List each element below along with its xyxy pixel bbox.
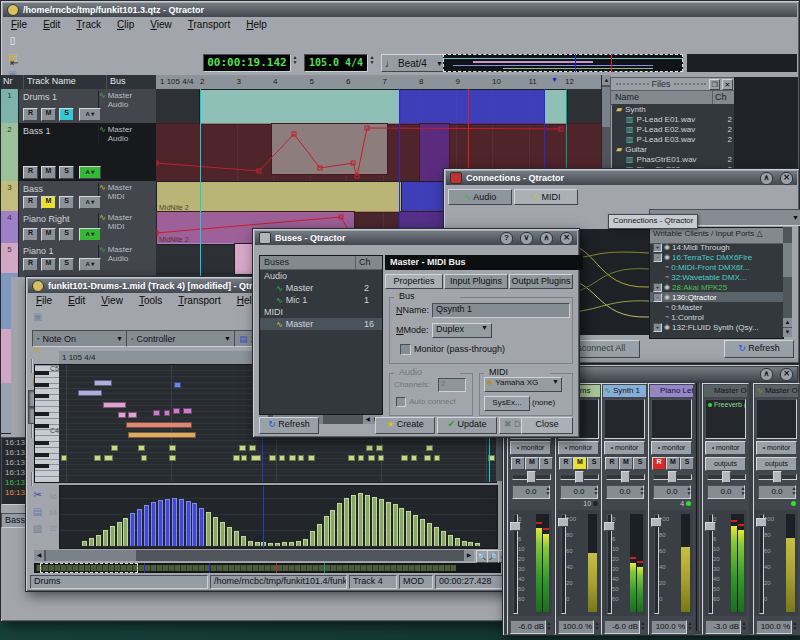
velocity-bar[interactable] bbox=[248, 541, 253, 546]
close-button[interactable]: Close bbox=[521, 417, 573, 434]
white-key[interactable] bbox=[35, 447, 60, 448]
strip-s-button[interactable]: S bbox=[539, 457, 553, 470]
velocity-bar[interactable] bbox=[434, 527, 439, 546]
controller-combo[interactable]: ▫ Controller▼ bbox=[126, 330, 236, 347]
velocity-bar[interactable] bbox=[427, 523, 432, 546]
midi-note[interactable] bbox=[153, 410, 160, 416]
black-key[interactable] bbox=[35, 424, 49, 428]
monitor-button[interactable]: • monitor bbox=[510, 441, 551, 455]
editor-menu-view[interactable]: View bbox=[93, 294, 131, 307]
bus-name-input[interactable]: Qsynth 1 bbox=[432, 303, 570, 318]
velocity-bar[interactable] bbox=[220, 522, 225, 546]
strip-s-button[interactable]: S bbox=[587, 457, 601, 470]
tab-input-plugins[interactable]: Input Plugins bbox=[444, 274, 508, 289]
white-key[interactable] bbox=[35, 435, 60, 436]
go-home-icon[interactable]: ⇤ bbox=[5, 54, 24, 71]
editor-hscrollbar[interactable]: ◀ ▶ bbox=[34, 550, 474, 561]
buses-tree-item[interactable]: Audio bbox=[260, 270, 382, 282]
velocity-bar[interactable] bbox=[303, 539, 308, 546]
connections-tree-item[interactable]: ⌁32:Wavetable DMX... bbox=[650, 272, 783, 282]
buses-tree-item[interactable]: MIDI bbox=[260, 306, 382, 318]
menu-view[interactable]: View bbox=[142, 18, 180, 31]
midi-note[interactable] bbox=[183, 408, 192, 414]
track-r-button[interactable]: R bbox=[23, 166, 38, 179]
monitor-button[interactable]: • monitor bbox=[705, 441, 746, 455]
velocity-bar[interactable] bbox=[468, 542, 473, 546]
gain-spin-arrows[interactable]: ▲▼ bbox=[545, 621, 553, 631]
track-s-button[interactable]: S bbox=[59, 166, 74, 179]
white-key[interactable] bbox=[35, 470, 60, 471]
piano-keyboard[interactable]: C5C4 bbox=[34, 364, 61, 483]
velocity-bar[interactable] bbox=[241, 536, 246, 546]
tab-audio[interactable]: ∿ Audio bbox=[448, 189, 512, 205]
velocity-bar[interactable] bbox=[399, 508, 404, 546]
col-track-name[interactable]: Track Name bbox=[24, 75, 107, 89]
midi-note[interactable] bbox=[348, 455, 355, 461]
midi-note[interactable] bbox=[94, 380, 112, 386]
midi-note[interactable] bbox=[173, 408, 180, 414]
col-bus[interactable]: Bus bbox=[107, 75, 156, 89]
clip[interactable]: MidNite 2 bbox=[156, 181, 403, 213]
midi-note[interactable] bbox=[251, 455, 261, 461]
editor-menu-transport[interactable]: Transport bbox=[170, 294, 228, 307]
white-key[interactable] bbox=[35, 482, 60, 483]
velocity-pane[interactable] bbox=[59, 485, 498, 549]
velocity-bar[interactable] bbox=[96, 535, 101, 546]
midi-note[interactable] bbox=[128, 432, 196, 438]
outputs-button[interactable]: outputs bbox=[705, 457, 746, 471]
transport-time-display[interactable]: 00:00:19.142 bbox=[203, 54, 291, 72]
connections-tree-item[interactable]: ⌁0:MIDI-Front DMX6f... bbox=[650, 262, 783, 272]
track-m-button[interactable]: M bbox=[41, 108, 56, 121]
gain-spin-arrows[interactable]: ▲▼ bbox=[686, 621, 694, 631]
gain-spin-arrows[interactable]: ▲▼ bbox=[639, 621, 647, 631]
mixer-strip[interactable]: ∿ Master OuFreeverb (• monitoroutputs0.0… bbox=[702, 383, 749, 635]
midi-note[interactable] bbox=[269, 455, 276, 461]
velocity-bar[interactable] bbox=[475, 543, 480, 546]
midi-note[interactable] bbox=[378, 455, 384, 461]
midi-note[interactable] bbox=[126, 422, 192, 428]
midi-note[interactable] bbox=[239, 445, 246, 451]
velocity-bar[interactable] bbox=[275, 543, 280, 546]
pan-spin-arrows[interactable]: ▲▼ bbox=[592, 486, 600, 496]
velocity-bar[interactable] bbox=[365, 495, 370, 546]
velocity-bar[interactable] bbox=[89, 538, 94, 546]
expand-icon[interactable]: + bbox=[653, 323, 662, 332]
gain-spin-arrows[interactable]: ▲▼ bbox=[791, 621, 799, 631]
pan-handle[interactable] bbox=[621, 471, 630, 483]
menu-track[interactable]: Track bbox=[68, 18, 109, 31]
session-thumbnail[interactable] bbox=[443, 54, 683, 72]
velocity-bar[interactable] bbox=[406, 511, 411, 546]
fader-groove[interactable] bbox=[561, 514, 566, 614]
black-key[interactable] bbox=[35, 371, 49, 375]
files-item[interactable]: ▥P-Lead E03.wav2 bbox=[612, 134, 734, 144]
midi-note[interactable] bbox=[366, 445, 373, 451]
velocity-bar[interactable] bbox=[117, 522, 122, 546]
files-col-name[interactable]: Name bbox=[611, 91, 713, 104]
midi-note[interactable] bbox=[164, 410, 170, 416]
menu-clip[interactable]: Clip bbox=[109, 18, 142, 31]
midi-note[interactable] bbox=[308, 455, 315, 461]
midi-note[interactable] bbox=[169, 455, 176, 461]
shade-icon[interactable]: ∧ bbox=[760, 172, 773, 185]
midi-note[interactable] bbox=[241, 455, 247, 461]
velocity-bar[interactable] bbox=[330, 510, 335, 546]
col-nr[interactable]: Nr bbox=[1, 75, 24, 89]
pan-spin-arrows[interactable]: ▲▼ bbox=[739, 486, 747, 496]
track-r-button[interactable]: R bbox=[23, 108, 38, 121]
velocity-bar[interactable] bbox=[123, 518, 128, 546]
mixer-strip[interactable]: ∿ Synth 1• monitorRMS0.0▲▼03610203040506… bbox=[601, 383, 648, 635]
buses-tree-item[interactable]: ∿Mic 11 bbox=[260, 294, 382, 306]
strip-r-button[interactable]: R bbox=[605, 457, 619, 470]
velocity-bar[interactable] bbox=[351, 495, 356, 546]
pan-handle[interactable] bbox=[527, 471, 536, 483]
editor-thumbnail[interactable] bbox=[34, 563, 501, 573]
track-m-button[interactable]: M bbox=[41, 166, 56, 179]
strip-m-button[interactable]: M bbox=[573, 457, 587, 470]
track-r-button[interactable]: R bbox=[23, 196, 38, 209]
mixer-strip[interactable]: ∿ Piano Lef• monitorRMS0.0▲▼4 1008060402… bbox=[648, 383, 695, 635]
velocity-bar[interactable] bbox=[455, 538, 460, 546]
midi-note[interactable] bbox=[434, 455, 440, 461]
buses-titlebar[interactable]: Buses - Qtractor ? ∨ ∧ ✕ bbox=[255, 231, 577, 245]
velocity-bar[interactable] bbox=[268, 543, 273, 546]
transport-tempo-display[interactable]: 105.0 4/4 bbox=[304, 54, 368, 72]
